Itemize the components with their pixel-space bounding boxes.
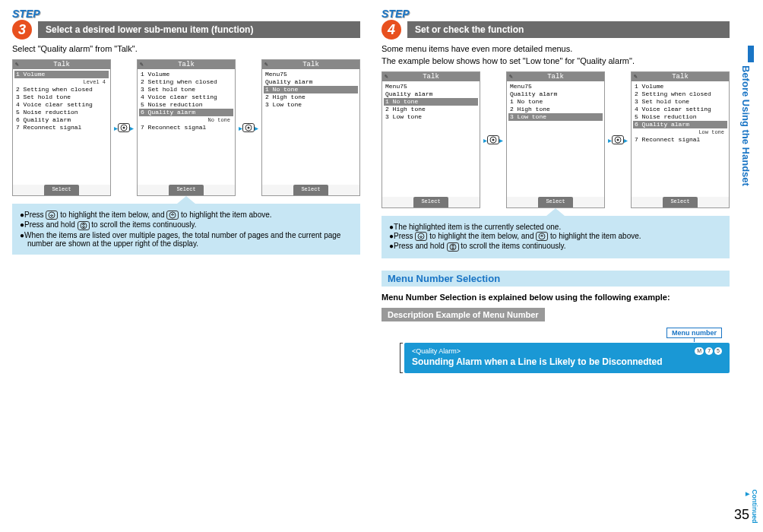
phone-screen: ✎Talk1 VolumeLevel 42 Setting when close… bbox=[12, 59, 111, 196]
phone-screen: ✎Talk1 Volume2 Setting when closed3 Set … bbox=[631, 71, 730, 208]
phone-menu-subtext: Low tone bbox=[633, 128, 727, 136]
phone-menu-item: 3 Low tone bbox=[384, 113, 478, 121]
phone-menu-item: 4 Voice clear setting bbox=[139, 93, 233, 101]
nav-arrow: ▸▸ bbox=[114, 123, 134, 132]
phone-softkey-select: Select bbox=[538, 197, 572, 207]
phone-body: 1 Volume2 Setting when closed3 Set hold … bbox=[138, 69, 235, 185]
dpad-icon bbox=[78, 221, 90, 230]
center-key-icon bbox=[118, 123, 130, 132]
signal-icon: ✎ bbox=[264, 61, 268, 68]
phone-menu-item: 1 No tone bbox=[264, 86, 358, 93]
continued-label: Continued bbox=[745, 489, 758, 524]
menu-number-selection-line: Menu Number Selection is explained below… bbox=[382, 293, 730, 302]
step4-header: 4 Set or check the function bbox=[382, 20, 730, 40]
phone-menu-item: 3 Low tone bbox=[508, 113, 603, 121]
signal-icon: ✎ bbox=[634, 73, 638, 81]
step4-tips: ●The highlighted item is the currently s… bbox=[382, 216, 730, 258]
tip-line: ●The highlighted item is the currently s… bbox=[389, 223, 722, 231]
description-example-bar: Description Example of Menu Number bbox=[382, 308, 545, 321]
phone-screen: ✎TalkMenu75Quality alarm1 No tone2 High … bbox=[506, 71, 605, 208]
phone-title: Talk bbox=[262, 60, 359, 69]
step4-instruction1: Some menu items have even more detailed … bbox=[382, 44, 730, 53]
tip-line: ●Press and hold to scroll the items cont… bbox=[389, 242, 722, 251]
menu-number-box: <Quality Alarm> M 7 5 Sounding Alarm whe… bbox=[404, 343, 730, 373]
phone-softkey-select: Select bbox=[663, 197, 697, 207]
phone-softkey-bar: Select bbox=[13, 185, 110, 195]
menu-number-qa-row: <Quality Alarm> M 7 5 bbox=[412, 347, 722, 355]
phone-menu-item: 3 Set hold tone bbox=[633, 98, 727, 106]
phone-header-line: Menu75 bbox=[384, 83, 478, 90]
phone-softkey-select: Select bbox=[413, 197, 448, 207]
phone-body: Menu75Quality alarm1 No tone2 High tone3… bbox=[262, 69, 359, 185]
phone-softkey-bar: Select bbox=[507, 197, 604, 207]
side-tab: Before Using the Handset bbox=[740, 46, 755, 258]
phone-screen: ✎TalkMenu75Quality alarm1 No tone2 High … bbox=[261, 59, 360, 196]
key-icon: M bbox=[695, 347, 704, 355]
phone-menu-item: 1 Volume bbox=[633, 83, 727, 90]
step-label: STEP bbox=[12, 8, 359, 20]
phone-menu-subtext: No tone bbox=[139, 116, 233, 124]
tip-line: ●Press and hold to scroll the items cont… bbox=[20, 220, 353, 230]
signal-icon: ✎ bbox=[385, 73, 388, 81]
step4-instruction2: The example below shows how to set "Low … bbox=[382, 56, 730, 65]
nav-arrow: ▸▸ bbox=[483, 135, 503, 144]
step3-screens: ✎Talk1 VolumeLevel 42 Setting when close… bbox=[12, 59, 360, 196]
left-column: STEP 3 Select a desired lower sub-menu i… bbox=[5, 8, 368, 373]
step3-instruction: Select "Quality alarm" from "Talk". bbox=[12, 44, 360, 53]
phone-menu-item: 1 Volume bbox=[139, 71, 233, 78]
phone-menu-item: 7 Reconnect signal bbox=[139, 124, 233, 131]
phone-body: Menu75Quality alarm1 No tone2 High tone3… bbox=[382, 81, 480, 197]
phone-header-line: Quality alarm bbox=[508, 90, 603, 98]
phone-menu-item: 3 Low tone bbox=[264, 101, 358, 109]
phone-body: Menu75Quality alarm1 No tone2 High tone3… bbox=[507, 81, 604, 197]
phone-softkey-bar: Select bbox=[262, 185, 359, 195]
phone-menu-item: 1 No tone bbox=[384, 98, 478, 106]
dpad-icon bbox=[447, 242, 459, 252]
phone-menu-item: 6 Quality alarm bbox=[14, 116, 109, 124]
phone-menu-item: 4 Voice clear setting bbox=[633, 106, 727, 113]
svg-point-1 bbox=[123, 127, 125, 129]
phone-title: Talk bbox=[382, 72, 480, 81]
phone-menu-item: 5 Noise reduction bbox=[14, 109, 109, 116]
nav-arrow: ▸▸ bbox=[239, 123, 258, 132]
step3-header: 3 Select a desired lower sub-menu item (… bbox=[12, 20, 360, 40]
dpad-down-icon bbox=[46, 211, 58, 220]
tip-line: ●Press to highlight the item below, and … bbox=[389, 232, 722, 241]
phone-body: 1 Volume2 Setting when closed3 Set hold … bbox=[632, 81, 729, 197]
tip-line: ●When the items are listed over multiple… bbox=[20, 231, 353, 248]
phone-title: Talk bbox=[632, 72, 729, 81]
phone-menu-item: 2 High tone bbox=[384, 106, 478, 113]
step4-badge: 4 bbox=[382, 20, 401, 40]
phone-menu-subtext: Level 4 bbox=[14, 78, 109, 86]
menu-number-keys: M 7 5 bbox=[695, 347, 722, 355]
phone-header-line: Menu75 bbox=[264, 71, 358, 78]
step4-title: Set or check the function bbox=[407, 21, 730, 38]
dpad-up-icon bbox=[536, 232, 548, 241]
signal-icon: ✎ bbox=[140, 61, 144, 68]
key-icon: 7 bbox=[705, 347, 713, 355]
phone-title: Talk bbox=[507, 72, 604, 81]
phone-menu-item: 2 High tone bbox=[508, 106, 603, 113]
step3-title: Select a desired lower sub-menu item (fu… bbox=[38, 21, 360, 38]
phone-title: Talk bbox=[13, 60, 110, 69]
phone-softkey-select: Select bbox=[293, 185, 328, 195]
phone-header-line: Quality alarm bbox=[384, 90, 478, 98]
dpad-down-icon bbox=[415, 232, 427, 241]
svg-point-8 bbox=[492, 139, 495, 141]
nav-arrow: ▸▸ bbox=[608, 135, 628, 144]
signal-icon: ✎ bbox=[15, 61, 19, 68]
step4-screens: ✎TalkMenu75Quality alarm1 No tone2 High … bbox=[382, 71, 730, 208]
phone-menu-item: 6 Quality alarm bbox=[139, 109, 233, 116]
phone-header-line: Quality alarm bbox=[264, 78, 358, 86]
phone-menu-item: 1 Volume bbox=[14, 71, 109, 78]
phone-menu-item: 6 Quality alarm bbox=[633, 121, 727, 128]
tip-line: ●Press to highlight the item below, and … bbox=[20, 211, 353, 220]
dpad-up-icon bbox=[166, 211, 179, 220]
phone-menu-item: 2 Setting when closed bbox=[14, 86, 109, 93]
phone-menu-item: 2 High tone bbox=[264, 93, 358, 101]
side-tab-text: Before Using the Handset bbox=[740, 65, 752, 186]
phone-menu-item: 1 No tone bbox=[508, 98, 603, 106]
phone-softkey-bar: Select bbox=[138, 185, 235, 195]
center-key-icon bbox=[242, 123, 255, 132]
phone-screen: ✎Talk1 Volume2 Setting when closed3 Set … bbox=[137, 59, 236, 196]
